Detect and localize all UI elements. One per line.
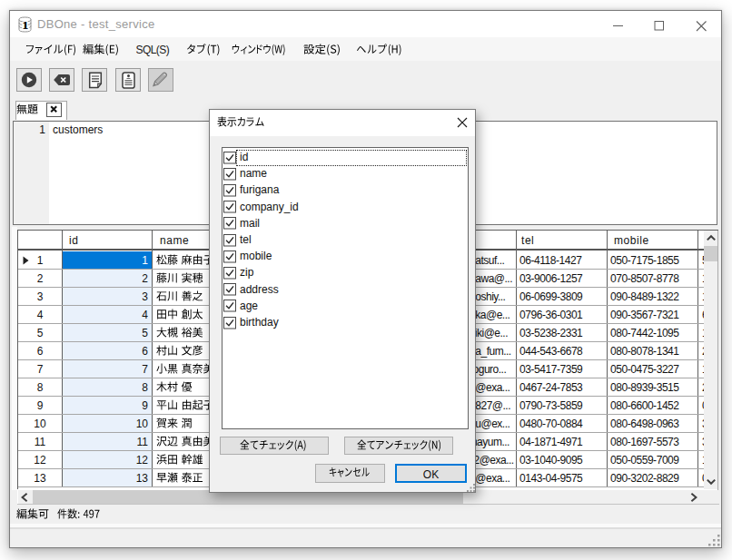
- svg-text:1: 1: [22, 18, 28, 32]
